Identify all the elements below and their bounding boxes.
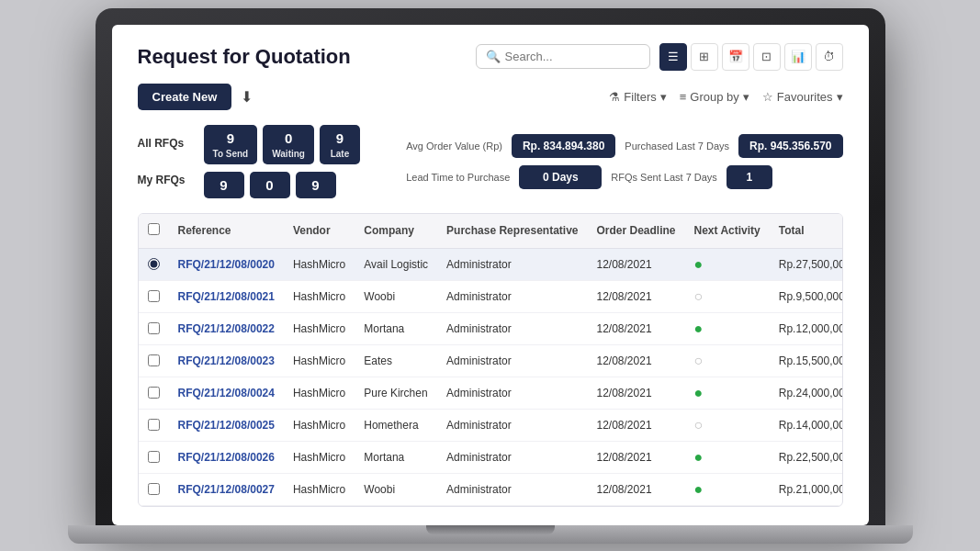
cell-company: Pure Kirchen bbox=[355, 377, 437, 409]
row-checkbox[interactable] bbox=[148, 290, 160, 302]
view-calendar-button[interactable]: 📅 bbox=[722, 43, 749, 71]
cell-check[interactable] bbox=[139, 409, 169, 441]
filters-action[interactable]: ⚗ Filters ▾ bbox=[609, 90, 666, 104]
cell-total: Rp.24,000,000 bbox=[770, 377, 843, 409]
cell-activity: ● bbox=[685, 377, 770, 409]
cell-rep: Administrator bbox=[437, 377, 587, 409]
row-checkbox[interactable] bbox=[148, 354, 160, 366]
cell-check[interactable] bbox=[139, 344, 169, 377]
col-deadline: Order Deadline bbox=[588, 214, 685, 249]
groupby-action[interactable]: ≡ Group by ▾ bbox=[680, 90, 749, 104]
cell-reference: RFQ/21/12/08/0021 bbox=[169, 280, 284, 312]
view-icons: ☰ ⊞ 📅 ⊡ 📊 ⏱ bbox=[659, 43, 843, 71]
cell-check[interactable] bbox=[139, 248, 169, 280]
my-rfqs-label: My RFQs bbox=[138, 165, 186, 195]
cell-company: Woobi bbox=[355, 280, 437, 312]
toolbar-row: Create New ⬇ ⚗ Filters ▾ ≡ Group by ▾ bbox=[138, 84, 843, 110]
cell-rep: Administrator bbox=[437, 441, 587, 473]
col-checkbox bbox=[139, 214, 169, 249]
late-button[interactable]: 9Late bbox=[320, 125, 360, 164]
to-send-button[interactable]: 9To Send bbox=[204, 125, 258, 164]
my-waiting-button[interactable]: 0 bbox=[250, 172, 290, 198]
cell-company: Mortana bbox=[355, 441, 437, 473]
table-row[interactable]: RFQ/21/12/08/0023 HashMicro Eates Admini… bbox=[139, 344, 843, 377]
row-checkbox[interactable] bbox=[148, 387, 160, 399]
stat-groups: 9To Send 0Waiting 9Late 9 0 9 bbox=[204, 125, 360, 198]
table-row[interactable]: RFQ/21/12/08/0024 HashMicro Pure Kirchen… bbox=[139, 377, 843, 409]
toolbar-right: ⚗ Filters ▾ ≡ Group by ▾ ☆ Favourites bbox=[609, 90, 842, 104]
groupby-icon: ≡ bbox=[680, 90, 687, 104]
cell-deadline: 12/08/2021 bbox=[588, 344, 685, 377]
view-list-button[interactable]: ☰ bbox=[659, 43, 687, 71]
cell-activity: ● bbox=[685, 248, 770, 280]
row-radio[interactable] bbox=[148, 258, 160, 270]
rfqs-sent-label: RFQs Sent Last 7 Days bbox=[611, 172, 717, 183]
laptop-notch bbox=[426, 525, 555, 534]
cell-check[interactable] bbox=[139, 280, 169, 312]
all-rfqs-label: All RFQs bbox=[138, 129, 186, 158]
cell-deadline: 12/08/2021 bbox=[588, 473, 685, 505]
table-row[interactable]: RFQ/21/12/08/0026 HashMicro Mortana Admi… bbox=[139, 441, 843, 473]
all-rfqs-stats: 9To Send 0Waiting 9Late bbox=[204, 125, 360, 164]
table-row[interactable]: RFQ/21/12/08/0021 HashMicro Woobi Admini… bbox=[139, 280, 843, 312]
my-late-button[interactable]: 9 bbox=[296, 172, 336, 198]
rfq-labels: All RFQs My RFQs bbox=[138, 129, 186, 195]
cell-activity: ○ bbox=[685, 344, 770, 377]
my-rfqs-stats: 9 0 9 bbox=[204, 172, 360, 198]
table-row[interactable]: RFQ/21/12/08/0022 HashMicro Mortana Admi… bbox=[139, 312, 843, 344]
cell-activity: ● bbox=[685, 473, 770, 505]
download-button[interactable]: ⬇ bbox=[241, 88, 253, 106]
cell-total: Rp.9,500,000 bbox=[770, 280, 843, 312]
search-input[interactable] bbox=[505, 50, 640, 63]
table-row[interactable]: RFQ/21/12/08/0025 HashMicro Homethera Ad… bbox=[139, 409, 843, 441]
view-activity-button[interactable]: ⏱ bbox=[816, 43, 843, 71]
cell-rep: Administrator bbox=[437, 312, 587, 344]
cell-vendor: HashMicro bbox=[284, 344, 355, 377]
star-icon: ☆ bbox=[762, 90, 773, 104]
avg-order-label: Avg Order Value (Rp) bbox=[406, 141, 502, 152]
view-graph-button[interactable]: 📊 bbox=[784, 43, 812, 71]
activity-gray-icon: ○ bbox=[694, 288, 704, 304]
cell-deadline: 12/08/2021 bbox=[588, 441, 685, 473]
filter-icon: ⚗ bbox=[609, 90, 620, 104]
select-all-checkbox[interactable] bbox=[148, 223, 160, 235]
waiting-button[interactable]: 0Waiting bbox=[263, 125, 314, 164]
cell-vendor: HashMicro bbox=[284, 312, 355, 344]
cell-rep: Administrator bbox=[437, 248, 587, 280]
row-checkbox[interactable] bbox=[148, 483, 160, 495]
table-row[interactable]: RFQ/21/12/08/0027 HashMicro Woobi Admini… bbox=[139, 473, 843, 505]
kpi-section: Avg Order Value (Rp) Rp. 834.894.380 Pur… bbox=[406, 134, 842, 189]
view-kanban-button[interactable]: ⊞ bbox=[691, 43, 718, 71]
col-reference: Reference bbox=[169, 214, 284, 249]
view-pivot-button[interactable]: ⊡ bbox=[753, 43, 781, 71]
row-checkbox[interactable] bbox=[148, 451, 160, 463]
cell-check[interactable] bbox=[139, 441, 169, 473]
filters-chevron-icon: ▾ bbox=[660, 90, 667, 104]
my-to-send-button[interactable]: 9 bbox=[204, 172, 244, 198]
cell-reference: RFQ/21/12/08/0020 bbox=[169, 248, 284, 280]
favourites-action[interactable]: ☆ Favourites ▾ bbox=[762, 90, 843, 104]
activity-green-icon: ● bbox=[694, 256, 704, 272]
cell-reference: RFQ/21/12/08/0023 bbox=[169, 344, 284, 377]
row-checkbox[interactable] bbox=[148, 419, 160, 431]
cell-company: Woobi bbox=[355, 473, 437, 505]
create-new-button[interactable]: Create New bbox=[138, 84, 232, 110]
cell-check[interactable] bbox=[139, 377, 169, 409]
cell-deadline: 12/08/2021 bbox=[588, 248, 685, 280]
cell-vendor: HashMicro bbox=[284, 248, 355, 280]
cell-check[interactable] bbox=[139, 312, 169, 344]
search-box[interactable]: 🔍 bbox=[476, 44, 650, 69]
col-total: Total bbox=[770, 214, 843, 249]
col-vendor: Vendor bbox=[284, 214, 355, 249]
cell-check[interactable] bbox=[139, 473, 169, 505]
laptop-base bbox=[68, 525, 913, 544]
row-checkbox[interactable] bbox=[148, 322, 160, 334]
cell-rep: Administrator bbox=[437, 344, 587, 377]
purchased-value: Rp. 945.356.570 bbox=[738, 134, 842, 158]
cell-total: Rp.15,500,000 bbox=[770, 344, 843, 377]
cell-total: Rp.14,000,000 bbox=[770, 409, 843, 441]
lead-time-label: Lead Time to Purchase bbox=[406, 172, 510, 183]
cell-vendor: HashMicro bbox=[284, 473, 355, 505]
cell-reference: RFQ/21/12/08/0024 bbox=[169, 377, 284, 409]
table-row[interactable]: RFQ/21/12/08/0020 HashMicro Avail Logist… bbox=[139, 248, 843, 280]
